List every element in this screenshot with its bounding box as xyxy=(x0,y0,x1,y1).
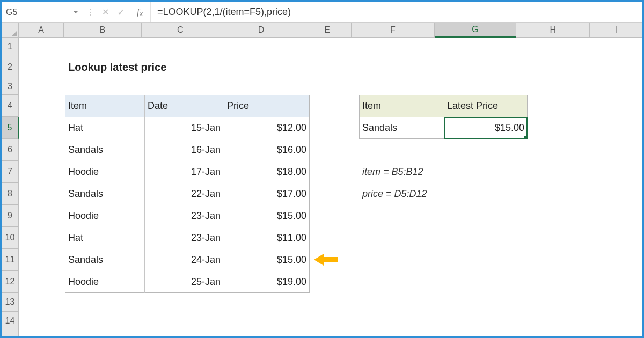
row-header[interactable]: 13 xyxy=(2,293,18,312)
expand-icon: ⋮ xyxy=(86,7,94,17)
table1-price[interactable]: $18.00 xyxy=(224,161,310,183)
formula-bar: G5 ⋮ ✕ ✓ fx =LOOKUP(2,1/(item=F5),price) xyxy=(2,2,642,23)
column-header[interactable]: D xyxy=(219,23,304,37)
table1-date[interactable]: 16-Jan xyxy=(144,139,224,161)
cells-area[interactable]: Lookup latest priceItemDatePriceHat15-Ja… xyxy=(19,38,642,336)
spreadsheet-grid[interactable]: ABCDEFGHI 1234567891011121314 Lookup lat… xyxy=(2,23,642,336)
formula-input[interactable]: =LOOKUP(2,1/(item=F5),price) xyxy=(151,2,642,22)
note-item-range: item = B5:B12 xyxy=(359,161,520,183)
row-header[interactable]: 4 xyxy=(2,95,18,117)
fx-icon[interactable]: fx xyxy=(129,2,151,22)
table1-header-price[interactable]: Price xyxy=(224,95,310,117)
row-header[interactable]: 11 xyxy=(2,249,18,271)
cancel-icon: ✕ xyxy=(102,7,109,17)
table1-date[interactable]: 23-Jan xyxy=(144,227,224,249)
row-header[interactable]: 1 xyxy=(2,38,18,56)
column-header[interactable]: A xyxy=(19,23,64,37)
table1-item[interactable]: Hat xyxy=(65,227,144,249)
table1-header-item[interactable]: Item xyxy=(65,95,144,117)
table1-price[interactable]: $17.00 xyxy=(224,183,310,205)
table1-date[interactable]: 17-Jan xyxy=(144,161,224,183)
name-box[interactable]: G5 xyxy=(2,2,82,22)
table1-price[interactable]: $15.00 xyxy=(224,205,310,227)
select-all-corner[interactable] xyxy=(2,23,19,38)
table1-item[interactable]: Hat xyxy=(65,117,144,139)
column-header[interactable]: H xyxy=(516,23,590,37)
table2-item[interactable]: Sandals xyxy=(359,117,444,139)
table1-item[interactable]: Sandals xyxy=(65,139,144,161)
row-header[interactable]: 6 xyxy=(2,139,18,161)
table1-item[interactable]: Sandals xyxy=(65,249,144,271)
table2-header-price[interactable]: Latest Price xyxy=(444,95,528,117)
table1-date[interactable]: 25-Jan xyxy=(144,271,224,293)
table1-item[interactable]: Hoodie xyxy=(65,271,144,293)
row-header[interactable]: 2 xyxy=(2,56,18,78)
enter-icon: ✓ xyxy=(117,6,125,18)
title-cell[interactable]: Lookup latest price xyxy=(65,56,280,78)
table1-price[interactable]: $15.00 xyxy=(224,249,310,271)
table1-item[interactable]: Hoodie xyxy=(65,161,144,183)
table1-item[interactable]: Hoodie xyxy=(65,205,144,227)
table1-header-date[interactable]: Date xyxy=(144,95,224,117)
row-header[interactable]: 3 xyxy=(2,78,18,95)
table1-date[interactable]: 15-Jan xyxy=(144,117,224,139)
column-header[interactable]: G xyxy=(435,23,517,38)
table1-price[interactable]: $12.00 xyxy=(224,117,310,139)
column-header[interactable]: E xyxy=(303,23,352,37)
name-box-dropdown-icon[interactable] xyxy=(73,11,78,13)
column-header[interactable]: B xyxy=(64,23,142,37)
table2-header-item[interactable]: Item xyxy=(359,95,444,117)
table2-price[interactable]: $15.00 xyxy=(444,117,528,139)
row-header[interactable]: 12 xyxy=(2,271,18,293)
table1-price[interactable]: $11.00 xyxy=(224,227,310,249)
table1-item[interactable]: Sandals xyxy=(65,183,144,205)
note-price-range: price = D5:D12 xyxy=(359,183,520,205)
table1-price[interactable]: $19.00 xyxy=(224,271,310,293)
name-box-value: G5 xyxy=(6,8,17,17)
table1-date[interactable]: 24-Jan xyxy=(144,249,224,271)
row-header[interactable]: 9 xyxy=(2,205,18,227)
formula-bar-tools: ⋮ ✕ ✓ xyxy=(82,2,129,22)
row-header[interactable]: 10 xyxy=(2,227,18,249)
row-header[interactable]: 7 xyxy=(2,161,18,183)
row-header[interactable]: 8 xyxy=(2,183,18,205)
row-header[interactable]: 14 xyxy=(2,312,18,330)
row-headers[interactable]: 1234567891011121314 xyxy=(2,38,19,336)
formula-text: =LOOKUP(2,1/(item=F5),price) xyxy=(157,6,291,18)
arrow-icon xyxy=(314,254,338,266)
column-header[interactable]: F xyxy=(352,23,435,37)
column-header[interactable]: I xyxy=(590,23,642,37)
table1-price[interactable]: $16.00 xyxy=(224,139,310,161)
row-header[interactable]: 5 xyxy=(2,117,19,139)
table1-date[interactable]: 22-Jan xyxy=(144,183,224,205)
column-headers[interactable]: ABCDEFGHI xyxy=(19,23,642,38)
column-header[interactable]: C xyxy=(142,23,219,37)
table1-date[interactable]: 23-Jan xyxy=(144,205,224,227)
